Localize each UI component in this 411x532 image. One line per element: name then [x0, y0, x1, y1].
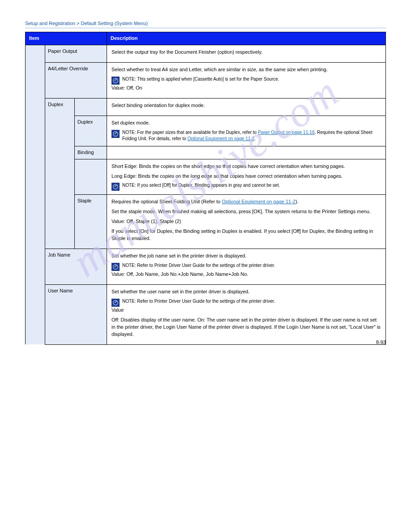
note-icon — [111, 130, 120, 138]
staple-desc-1: Requires the optional Sheet Folding Unit… — [111, 198, 381, 206]
job-name-desc: Set whether the job name set in the prin… — [111, 253, 381, 260]
link-opt-equipment[interactable]: Optional Equipment on page 11-2 — [188, 136, 255, 141]
svg-point-3 — [113, 265, 118, 270]
label-staple: Staple — [75, 195, 107, 207]
row-job-name: Job Name Set whether the job name set in… — [26, 249, 386, 285]
label-binding: Binding — [75, 146, 107, 159]
user-name-desc2: Value — [111, 307, 381, 314]
user-name-desc: Set whether the user name set in the pri… — [111, 288, 381, 296]
col-desc: Description — [107, 32, 386, 45]
duplex-sub-desc: Set duplex mode. — [111, 120, 381, 127]
staple-desc-3: If you select [On] for Duplex, the Bindi… — [111, 228, 381, 242]
duplex-desc: Select binding orientation for duplex mo… — [111, 102, 381, 109]
a4-letter-values: Value: Off, On — [111, 85, 142, 90]
label-binding-blank — [75, 159, 107, 172]
a4-letter-note: NOTE: This setting is applied when [Cass… — [122, 76, 381, 83]
row-staple: Staple Requires the optional Sheet Foldi… — [26, 195, 386, 249]
svg-point-1 — [113, 131, 118, 136]
row-duplex-duplex: Duplex Set duplex mode. NOTE: For the pa… — [26, 116, 386, 146]
a4-letter-desc: Select whether to treat A4 size and Lett… — [111, 66, 381, 73]
label-duplex-sub: Duplex — [75, 116, 107, 129]
row-duplex: Duplex Select binding orientation for du… — [26, 98, 386, 116]
note-icon — [111, 263, 120, 271]
svg-point-2 — [113, 184, 118, 189]
label-duplex-heading — [75, 99, 107, 111]
user-name-note: NOTE: Refer to Printer Driver User Guide… — [122, 298, 381, 305]
svg-point-4 — [113, 300, 118, 305]
label-user-name: User Name — [45, 285, 107, 297]
settings-table: Item Description Paper Output Select the… — [25, 32, 386, 345]
note-icon — [111, 299, 120, 307]
link-paper-page11[interactable]: Paper Output on page 11-16 — [258, 130, 315, 135]
label-job-name: Job Name — [45, 249, 107, 262]
link-opt-equipment-2[interactable]: Optional Equipment on page 11-2 — [222, 199, 295, 204]
user-name-desc3: Off: Disables display of the user name. … — [111, 317, 381, 338]
short-edge-desc: Short Edge: Binds the copies on the shor… — [111, 163, 381, 170]
svg-point-0 — [113, 78, 118, 83]
staple-desc-2: Set the staple mode. When finished makin… — [111, 208, 381, 215]
col-item: Item — [26, 32, 107, 45]
paper-output-desc: Select the output tray for the Document … — [111, 49, 381, 56]
label-paper-output: Paper Output — [45, 45, 107, 58]
row-binding: Binding — [26, 146, 386, 159]
duplex-sub-note: NOTE: For the paper sizes that are avail… — [122, 129, 381, 142]
row-binding-values: Short Edge: Binds the copies on the shor… — [26, 159, 386, 195]
table-header-row: Item Description — [26, 32, 386, 45]
note-icon — [111, 77, 120, 85]
breadcrumb: Setup and Registration > Default Setting… — [25, 21, 386, 26]
job-name-values: Value: Off, Job Name, Job No.+Job Name, … — [111, 271, 381, 278]
note-icon — [111, 183, 120, 191]
job-name-note: NOTE: Refer to Printer Driver User Guide… — [122, 262, 381, 269]
label-a4-letter: A4/Letter Override — [45, 63, 107, 75]
long-edge-desc: Long Edge: Binds the copies on the long … — [111, 173, 381, 180]
page-number: 8-93 — [376, 339, 386, 345]
binding-note: NOTE: If you select [Off] for Duplex, Bi… — [122, 182, 381, 189]
row-paper-output: Paper Output Select the output tray for … — [26, 45, 386, 62]
row-user-name: User Name Set whether the user name set … — [26, 285, 386, 345]
staple-values: Value: Off, Staple (1), Staple (2) — [111, 218, 381, 225]
header-rule — [25, 28, 386, 28]
row-a4-letter: A4/Letter Override Select whether to tre… — [26, 62, 386, 98]
label-duplex: Duplex — [45, 99, 74, 111]
